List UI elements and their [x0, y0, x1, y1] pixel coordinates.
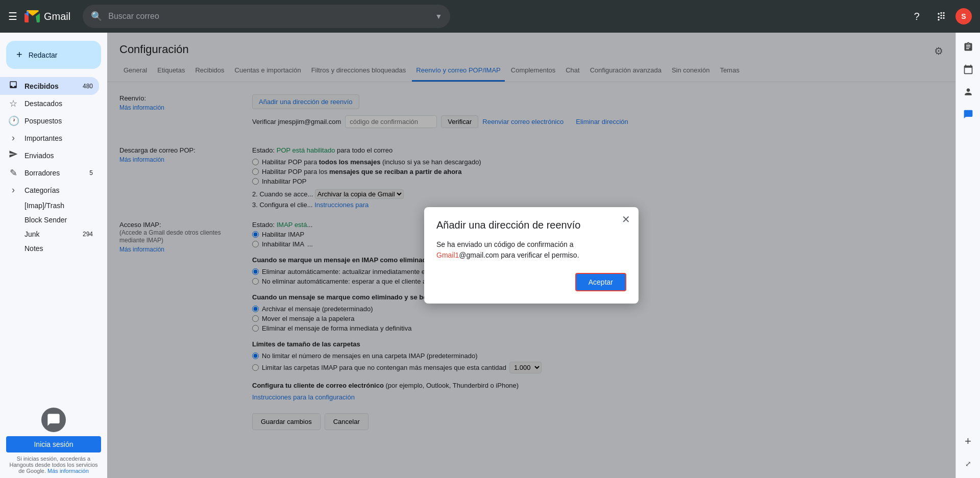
- expand-icon: ›: [8, 185, 18, 195]
- modal-body-prefix: Se ha enviado un código de confirmación …: [436, 240, 574, 248]
- sidebar-item-block-sender[interactable]: Block Sender: [0, 213, 99, 227]
- modal-email-suffix: @gmail.com para verificar el permiso.: [459, 251, 579, 259]
- notes-right-button[interactable]: [958, 104, 978, 124]
- modal-title: Añadir una dirección de reenvío: [436, 219, 626, 231]
- right-sidebar-bottom: + ⤢: [958, 431, 978, 478]
- tasks-button[interactable]: [958, 37, 978, 57]
- contacts-button[interactable]: [958, 82, 978, 102]
- apps-button[interactable]: [931, 6, 951, 27]
- compose-button[interactable]: + Redactar: [6, 41, 101, 69]
- menu-icon[interactable]: ☰: [8, 10, 17, 22]
- gmail-logo: Gmail: [23, 7, 70, 26]
- gmail-text: Gmail: [44, 11, 70, 22]
- search-icon: 🔍: [91, 11, 102, 22]
- signin-button[interactable]: Inicia sesión: [6, 436, 101, 452]
- modal-close-button[interactable]: ✕: [622, 213, 630, 225]
- modal-footer: Aceptar: [436, 273, 626, 291]
- search-arrow-icon[interactable]: ▼: [435, 12, 442, 20]
- hangouts-avatar: [41, 408, 66, 432]
- snooze-icon: 🕐: [8, 115, 18, 127]
- sidebar-item-label: Recibidos: [24, 82, 77, 90]
- send-icon: [8, 149, 18, 161]
- compose-plus-icon: +: [16, 49, 22, 61]
- sidebar-item-label: [Imap]/Trash: [24, 202, 93, 210]
- sidebar-item-borradores[interactable]: ✎ Borradores 5: [0, 164, 99, 182]
- sidebar-item-label: Borradores: [24, 169, 83, 177]
- sidebar-item-label: Block Sender: [24, 216, 93, 224]
- sidebar-item-count: 5: [89, 169, 93, 177]
- add-right-button[interactable]: +: [958, 431, 978, 451]
- hangouts-link[interactable]: Más información: [47, 468, 89, 474]
- drafts-icon: ✎: [8, 167, 18, 179]
- sidebar-item-imap-trash[interactable]: [Imap]/Trash: [0, 198, 99, 213]
- right-sidebar: + ⤢: [955, 33, 980, 478]
- topbar-icons: ? S: [906, 6, 972, 27]
- sidebar-item-count: 294: [83, 231, 93, 238]
- sidebar-item-importantes[interactable]: › Importantes: [0, 130, 99, 146]
- sidebar-item-count: 480: [83, 83, 93, 90]
- help-button[interactable]: ?: [906, 6, 927, 27]
- sidebar-item-destacados[interactable]: ☆ Destacados: [0, 95, 99, 112]
- hangouts-section: Inicia sesión Si inicias sesión, acceder…: [0, 404, 107, 478]
- star-icon: ☆: [8, 98, 18, 109]
- sidebar-item-label: Destacados: [24, 99, 93, 108]
- sidebar-item-notes[interactable]: Notes: [0, 241, 99, 256]
- modal-email-red: Gmail1: [436, 251, 459, 259]
- search-bar[interactable]: 🔍 ▼: [83, 5, 450, 28]
- sidebar-item-junk[interactable]: Junk 294: [0, 227, 99, 241]
- sidebar-item-enviados[interactable]: Enviados: [0, 146, 99, 164]
- user-avatar[interactable]: S: [955, 8, 972, 24]
- calendar-button[interactable]: [958, 59, 978, 80]
- sidebar-item-label: Importantes: [24, 134, 93, 142]
- search-input[interactable]: [108, 12, 429, 21]
- compose-label: Redactar: [29, 51, 58, 59]
- expand-right-button[interactable]: ⤢: [958, 454, 978, 474]
- modal-body: Se ha enviado un código de confirmación …: [436, 239, 626, 261]
- sidebar-item-label: Junk: [24, 230, 77, 238]
- hangouts-text: Si inicias sesión, accederás a Hangouts …: [6, 456, 101, 474]
- sidebar-item-label: Pospuestos: [24, 117, 93, 125]
- label-important-icon: ›: [8, 133, 18, 143]
- modal-overlay: Añadir una dirección de reenvío ✕ Se ha …: [107, 33, 955, 478]
- sidebar-item-recibidos[interactable]: Recibidos 480: [0, 77, 99, 95]
- sidebar-item-label: Notes: [24, 244, 93, 253]
- topbar: ☰ Gmail 🔍 ▼ ? S: [0, 0, 980, 33]
- inbox-icon: [8, 80, 18, 92]
- sidebar-item-pospuestos[interactable]: 🕐 Pospuestos: [0, 112, 99, 130]
- sidebar: + Redactar Recibidos 480 ☆ Destacados 🕐 …: [0, 33, 107, 478]
- modal-accept-button[interactable]: Aceptar: [575, 273, 626, 291]
- modal-dialog: Añadir una dirección de reenvío ✕ Se ha …: [424, 207, 639, 304]
- sidebar-item-categorias[interactable]: › Categorías: [0, 182, 99, 198]
- sidebar-item-label: Enviados: [24, 152, 93, 160]
- sidebar-item-label: Categorías: [24, 186, 93, 194]
